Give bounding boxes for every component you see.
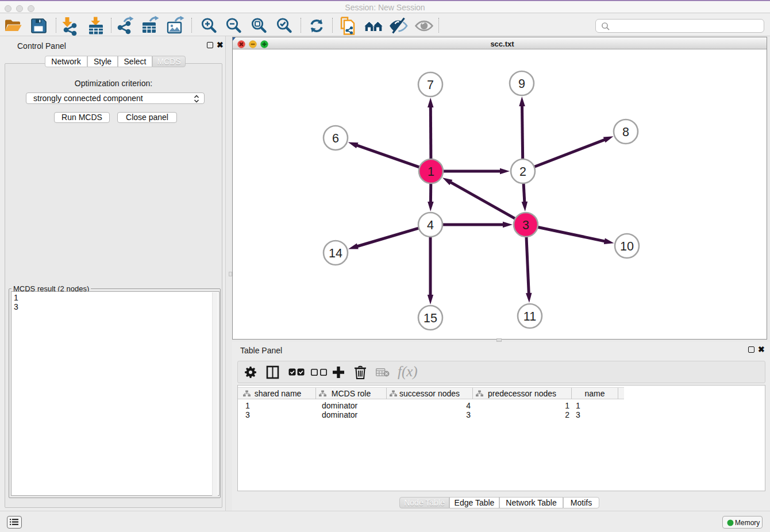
svg-text:3: 3 <box>522 218 529 232</box>
svg-text:9: 9 <box>518 77 525 91</box>
svg-text:11: 11 <box>523 310 536 323</box>
svg-text:6: 6 <box>332 132 339 145</box>
svg-text:15: 15 <box>424 311 437 325</box>
svg-text:1: 1 <box>428 165 434 179</box>
svg-text:4: 4 <box>427 218 434 232</box>
svg-text:10: 10 <box>620 240 634 253</box>
svg-text:8: 8 <box>622 125 629 139</box>
svg-text:14: 14 <box>329 246 342 260</box>
svg-text:2: 2 <box>519 165 526 179</box>
svg-text:7: 7 <box>427 78 434 92</box>
